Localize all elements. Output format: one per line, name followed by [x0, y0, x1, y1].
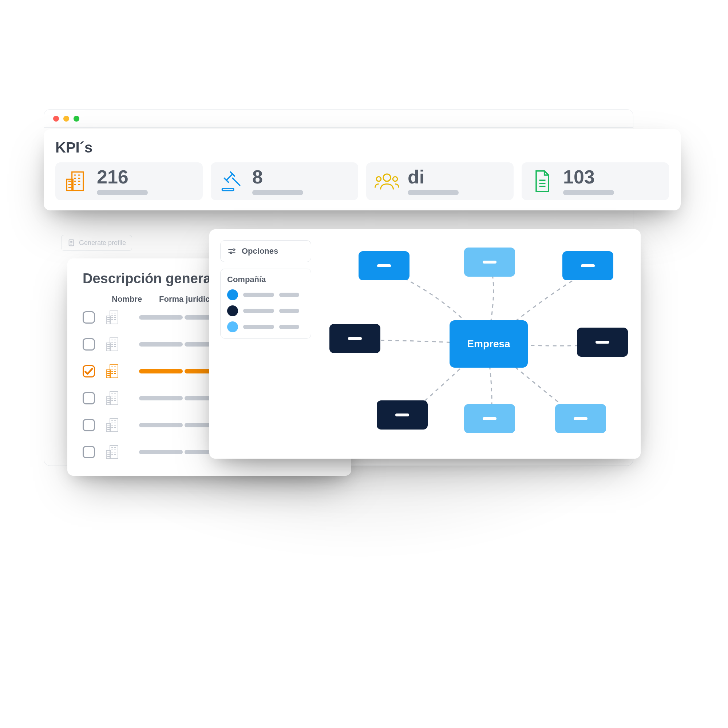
- svg-rect-3: [222, 188, 234, 191]
- svg-rect-15: [110, 419, 118, 432]
- graph-node[interactable]: [464, 248, 515, 277]
- kpi-item[interactable]: di: [366, 162, 514, 200]
- generate-profile-button[interactable]: Generate profile: [61, 235, 132, 251]
- graph-node[interactable]: [359, 251, 410, 280]
- document-icon: [530, 168, 555, 194]
- legend-item[interactable]: [227, 321, 304, 332]
- svg-point-5: [376, 177, 381, 182]
- sliders-icon: [227, 246, 237, 256]
- building-icon: [104, 390, 139, 407]
- svg-rect-1: [72, 172, 83, 191]
- options-button[interactable]: Opciones: [220, 240, 311, 262]
- graph-node[interactable]: [555, 404, 606, 433]
- col-name: Nombre: [112, 294, 159, 304]
- row-checkbox[interactable]: [83, 392, 95, 404]
- kpi-bar: [252, 190, 303, 195]
- legend-item[interactable]: [227, 289, 304, 300]
- placeholder-bar: [243, 325, 274, 329]
- close-dot-icon[interactable]: [53, 116, 59, 122]
- placeholder-bar: [139, 450, 183, 454]
- building-icon: [63, 168, 89, 194]
- svg-rect-7: [110, 311, 118, 324]
- building-icon: [104, 309, 139, 326]
- placeholder-bar: [279, 293, 299, 297]
- kpi-item[interactable]: 216: [55, 162, 203, 200]
- placeholder-bar: [139, 423, 183, 427]
- legend-swatch-icon: [227, 321, 238, 332]
- placeholder-bar: [139, 396, 183, 401]
- svg-rect-11: [110, 365, 118, 378]
- graph-node[interactable]: [464, 404, 515, 433]
- kpi-value: 103: [563, 167, 614, 187]
- placeholder-bar: [139, 315, 183, 320]
- legend-swatch-icon: [227, 289, 238, 300]
- row-checkbox[interactable]: [83, 419, 95, 431]
- legend-panel: Compañía: [220, 269, 311, 338]
- kpi-bar: [563, 190, 614, 195]
- svg-point-20: [230, 252, 232, 253]
- graph-center-node[interactable]: Empresa: [450, 320, 528, 368]
- document-icon: [67, 239, 75, 247]
- row-checkbox[interactable]: [83, 338, 95, 350]
- maximize-dot-icon[interactable]: [73, 116, 80, 122]
- options-label: Opciones: [242, 246, 278, 256]
- gavel-icon: [219, 168, 244, 194]
- kpi-card: KPI´s 216: [44, 129, 681, 210]
- kpi-value: 8: [252, 167, 303, 187]
- building-icon: [104, 336, 139, 353]
- svg-point-4: [383, 174, 391, 181]
- building-icon: [104, 362, 139, 380]
- diagram-card: Opciones Compañía: [209, 229, 641, 459]
- graph-node[interactable]: [562, 251, 613, 280]
- kpi-item[interactable]: 103: [522, 162, 669, 200]
- graph-node[interactable]: [329, 324, 380, 353]
- placeholder-bar: [139, 342, 183, 347]
- legend-swatch-icon: [227, 305, 238, 316]
- row-checkbox[interactable]: [83, 446, 95, 458]
- placeholder-bar: [279, 325, 299, 329]
- generate-profile-label: Generate profile: [79, 239, 126, 247]
- placeholder-bar: [243, 309, 274, 313]
- svg-point-6: [393, 177, 398, 182]
- kpi-bar: [97, 190, 148, 195]
- kpi-bar: [408, 190, 459, 195]
- placeholder-bar: [279, 309, 299, 313]
- placeholder-bar: [139, 369, 183, 373]
- legend-item[interactable]: [227, 305, 304, 316]
- graph-node[interactable]: [377, 401, 428, 430]
- svg-rect-9: [110, 338, 118, 351]
- center-node-label: Empresa: [467, 338, 510, 350]
- legend-title: Compañía: [227, 275, 304, 284]
- graph-node[interactable]: [577, 327, 628, 357]
- kpi-value: 216: [97, 167, 148, 187]
- svg-rect-13: [110, 392, 118, 405]
- placeholder-bar: [243, 293, 274, 297]
- building-icon: [104, 444, 139, 461]
- svg-rect-17: [110, 445, 118, 459]
- kpi-value: di: [408, 167, 459, 187]
- row-checkbox[interactable]: [83, 365, 95, 378]
- minimize-dot-icon[interactable]: [63, 116, 69, 122]
- people-icon: [374, 168, 400, 194]
- kpi-item[interactable]: 8: [211, 162, 358, 200]
- window-titlebar: [44, 110, 633, 128]
- kpi-title: KPI´s: [55, 139, 669, 156]
- relationship-graph: Empresa: [315, 237, 633, 451]
- building-icon: [104, 416, 139, 434]
- row-checkbox[interactable]: [83, 311, 95, 324]
- svg-point-19: [233, 249, 234, 251]
